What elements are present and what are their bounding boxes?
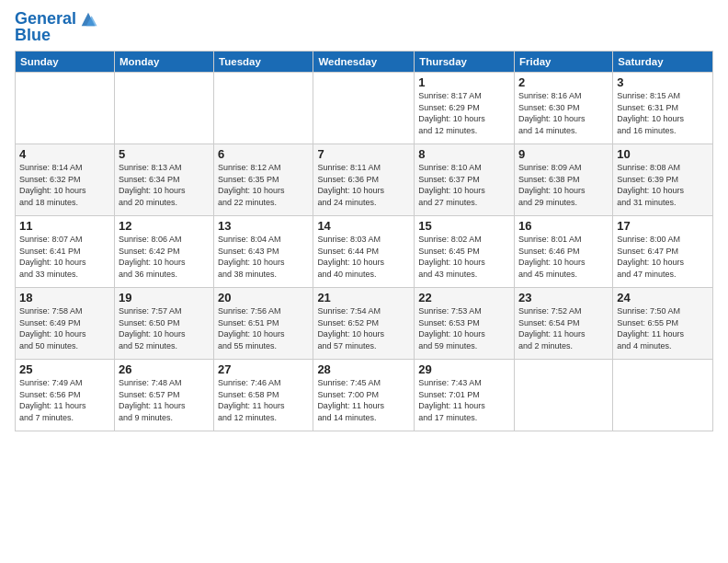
calendar-cell: 3Sunrise: 8:15 AM Sunset: 6:31 PM Daylig… [613, 73, 713, 144]
day-info: Sunrise: 8:00 AM Sunset: 6:47 PM Dayligh… [617, 234, 709, 280]
calendar-cell: 6Sunrise: 8:12 AM Sunset: 6:35 PM Daylig… [214, 144, 313, 216]
day-number: 26 [119, 362, 210, 376]
calendar-week-row: 25Sunrise: 7:49 AM Sunset: 6:56 PM Dayli… [16, 360, 713, 431]
calendar-cell: 10Sunrise: 8:08 AM Sunset: 6:39 PM Dayli… [613, 144, 713, 216]
day-info: Sunrise: 8:17 AM Sunset: 6:29 PM Dayligh… [418, 90, 510, 136]
header: General Blue [15, 9, 713, 45]
day-number: 25 [19, 362, 110, 376]
calendar-cell: 13Sunrise: 8:04 AM Sunset: 6:43 PM Dayli… [214, 216, 313, 288]
day-number: 6 [218, 147, 309, 161]
calendar-week-row: 18Sunrise: 7:58 AM Sunset: 6:49 PM Dayli… [16, 288, 713, 360]
day-number: 15 [418, 219, 510, 233]
day-number: 29 [418, 362, 510, 376]
day-number: 9 [518, 147, 609, 161]
calendar-cell [114, 73, 213, 144]
day-info: Sunrise: 7:56 AM Sunset: 6:51 PM Dayligh… [218, 305, 309, 351]
weekday-header: Monday [114, 52, 213, 73]
calendar-cell: 23Sunrise: 7:52 AM Sunset: 6:54 PM Dayli… [514, 288, 612, 360]
day-number: 7 [317, 147, 410, 161]
day-number: 19 [119, 291, 210, 304]
page: General Blue SundayMondayTuesdayWednesda… [0, 0, 728, 441]
day-info: Sunrise: 8:14 AM Sunset: 6:32 PM Dayligh… [19, 162, 110, 208]
day-info: Sunrise: 7:54 AM Sunset: 6:52 PM Dayligh… [317, 305, 410, 351]
day-number: 13 [218, 219, 309, 233]
weekday-header: Sunday [16, 52, 115, 73]
day-number: 16 [518, 219, 609, 233]
day-number: 27 [218, 362, 309, 376]
day-number: 14 [317, 219, 410, 233]
day-number: 20 [218, 291, 309, 304]
day-info: Sunrise: 7:48 AM Sunset: 6:57 PM Dayligh… [119, 377, 210, 423]
day-number: 10 [617, 147, 709, 161]
header-row: SundayMondayTuesdayWednesdayThursdayFrid… [16, 52, 713, 73]
calendar-cell: 12Sunrise: 8:06 AM Sunset: 6:42 PM Dayli… [114, 216, 213, 288]
calendar-cell: 26Sunrise: 7:48 AM Sunset: 6:57 PM Dayli… [114, 360, 213, 431]
calendar-cell: 16Sunrise: 8:01 AM Sunset: 6:46 PM Dayli… [514, 216, 612, 288]
calendar-cell: 21Sunrise: 7:54 AM Sunset: 6:52 PM Dayli… [313, 288, 415, 360]
day-info: Sunrise: 7:45 AM Sunset: 7:00 PM Dayligh… [317, 377, 410, 423]
weekday-header: Thursday [415, 52, 515, 73]
day-info: Sunrise: 8:06 AM Sunset: 6:42 PM Dayligh… [119, 234, 210, 280]
day-number: 23 [518, 291, 609, 304]
day-info: Sunrise: 7:52 AM Sunset: 6:54 PM Dayligh… [518, 305, 609, 351]
calendar-cell: 22Sunrise: 7:53 AM Sunset: 6:53 PM Dayli… [415, 288, 515, 360]
day-number: 1 [418, 75, 510, 89]
calendar-cell: 7Sunrise: 8:11 AM Sunset: 6:36 PM Daylig… [313, 144, 415, 216]
day-info: Sunrise: 8:07 AM Sunset: 6:41 PM Dayligh… [19, 234, 110, 280]
calendar-cell: 11Sunrise: 8:07 AM Sunset: 6:41 PM Dayli… [16, 216, 115, 288]
calendar-cell [16, 73, 115, 144]
calendar-cell: 5Sunrise: 8:13 AM Sunset: 6:34 PM Daylig… [114, 144, 213, 216]
calendar-cell [214, 73, 313, 144]
calendar-week-row: 4Sunrise: 8:14 AM Sunset: 6:32 PM Daylig… [16, 144, 713, 216]
day-info: Sunrise: 7:57 AM Sunset: 6:50 PM Dayligh… [119, 305, 210, 351]
calendar-cell: 9Sunrise: 8:09 AM Sunset: 6:38 PM Daylig… [514, 144, 612, 216]
calendar-cell: 8Sunrise: 8:10 AM Sunset: 6:37 PM Daylig… [415, 144, 515, 216]
day-info: Sunrise: 8:15 AM Sunset: 6:31 PM Dayligh… [617, 90, 709, 136]
calendar-cell: 19Sunrise: 7:57 AM Sunset: 6:50 PM Dayli… [114, 288, 213, 360]
day-info: Sunrise: 8:09 AM Sunset: 6:38 PM Dayligh… [518, 162, 609, 208]
day-number: 5 [119, 147, 210, 161]
day-number: 2 [518, 75, 609, 89]
calendar-table: SundayMondayTuesdayWednesdayThursdayFrid… [15, 51, 713, 431]
day-info: Sunrise: 7:49 AM Sunset: 6:56 PM Dayligh… [19, 377, 110, 423]
weekday-header: Friday [514, 52, 612, 73]
day-info: Sunrise: 8:03 AM Sunset: 6:44 PM Dayligh… [317, 234, 410, 280]
day-number: 22 [418, 291, 510, 304]
day-info: Sunrise: 7:58 AM Sunset: 6:49 PM Dayligh… [19, 305, 110, 351]
calendar-cell: 1Sunrise: 8:17 AM Sunset: 6:29 PM Daylig… [415, 73, 515, 144]
calendar-cell: 28Sunrise: 7:45 AM Sunset: 7:00 PM Dayli… [313, 360, 415, 431]
calendar-cell: 17Sunrise: 8:00 AM Sunset: 6:47 PM Dayli… [613, 216, 713, 288]
day-info: Sunrise: 8:02 AM Sunset: 6:45 PM Dayligh… [418, 234, 510, 280]
weekday-header: Wednesday [313, 52, 415, 73]
calendar-cell: 25Sunrise: 7:49 AM Sunset: 6:56 PM Dayli… [16, 360, 115, 431]
day-number: 11 [19, 219, 110, 233]
calendar-cell: 14Sunrise: 8:03 AM Sunset: 6:44 PM Dayli… [313, 216, 415, 288]
day-number: 17 [617, 219, 709, 233]
day-number: 8 [418, 147, 510, 161]
calendar-week-row: 1Sunrise: 8:17 AM Sunset: 6:29 PM Daylig… [16, 73, 713, 144]
calendar-week-row: 11Sunrise: 8:07 AM Sunset: 6:41 PM Dayli… [16, 216, 713, 288]
logo: General Blue [15, 9, 98, 45]
weekday-header: Tuesday [214, 52, 313, 73]
day-number: 24 [617, 291, 709, 304]
day-number: 12 [119, 219, 210, 233]
calendar-cell: 18Sunrise: 7:58 AM Sunset: 6:49 PM Dayli… [16, 288, 115, 360]
day-number: 4 [19, 147, 110, 161]
calendar-cell: 2Sunrise: 8:16 AM Sunset: 6:30 PM Daylig… [514, 73, 612, 144]
day-info: Sunrise: 8:11 AM Sunset: 6:36 PM Dayligh… [317, 162, 410, 208]
day-info: Sunrise: 8:12 AM Sunset: 6:35 PM Dayligh… [218, 162, 309, 208]
day-info: Sunrise: 7:50 AM Sunset: 6:55 PM Dayligh… [617, 305, 709, 351]
day-number: 28 [317, 362, 410, 376]
day-info: Sunrise: 7:53 AM Sunset: 6:53 PM Dayligh… [418, 305, 510, 351]
calendar-cell: 24Sunrise: 7:50 AM Sunset: 6:55 PM Dayli… [613, 288, 713, 360]
calendar-cell: 27Sunrise: 7:46 AM Sunset: 6:58 PM Dayli… [214, 360, 313, 431]
calendar-cell: 4Sunrise: 8:14 AM Sunset: 6:32 PM Daylig… [16, 144, 115, 216]
calendar-cell [514, 360, 612, 431]
day-info: Sunrise: 8:13 AM Sunset: 6:34 PM Dayligh… [119, 162, 210, 208]
day-info: Sunrise: 7:46 AM Sunset: 6:58 PM Dayligh… [218, 377, 309, 423]
day-info: Sunrise: 8:08 AM Sunset: 6:39 PM Dayligh… [617, 162, 709, 208]
logo-icon [78, 9, 98, 29]
day-info: Sunrise: 8:16 AM Sunset: 6:30 PM Dayligh… [518, 90, 609, 136]
day-info: Sunrise: 7:43 AM Sunset: 7:01 PM Dayligh… [418, 377, 510, 423]
calendar-cell [613, 360, 713, 431]
